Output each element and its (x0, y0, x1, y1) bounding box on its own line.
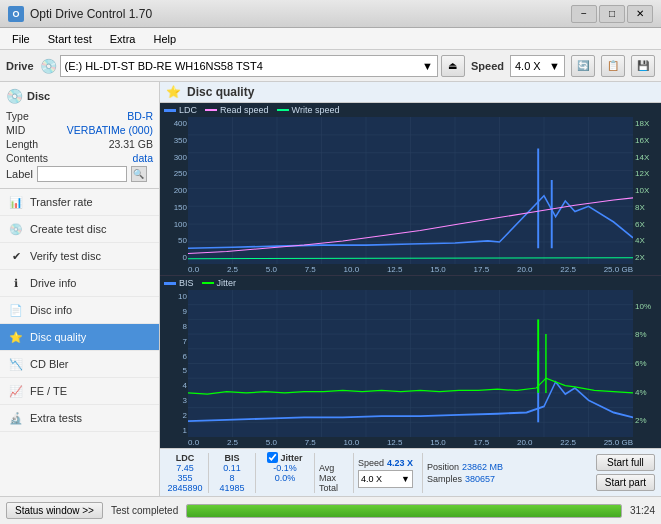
fe-te-label: FE / TE (30, 385, 67, 397)
sidebar-item-disc-info[interactable]: 📄 Disc info (0, 297, 159, 324)
sidebar-item-disc-quality[interactable]: ⭐ Disc quality (0, 324, 159, 351)
status-text: Test completed (111, 505, 178, 516)
mid-label: MID (6, 124, 25, 136)
drive-label: Drive (6, 60, 34, 72)
read-speed-legend: Read speed (220, 105, 269, 115)
speed-val: 4.23 X (387, 458, 413, 468)
verify-test-disc-label: Verify test disc (30, 250, 101, 262)
drivebar: Drive 💿 (E:) HL-DT-ST BD-RE WH16NS58 TST… (0, 50, 661, 82)
menubar: File Start test Extra Help (0, 28, 661, 50)
app-icon: O (8, 6, 24, 22)
create-test-disc-label: Create test disc (30, 223, 106, 235)
start-full-button[interactable]: Start full (596, 454, 655, 471)
disc-quality-label: Disc quality (30, 331, 86, 343)
position-label: Position (427, 462, 459, 472)
type-label: Type (6, 110, 29, 122)
menu-start-test[interactable]: Start test (40, 31, 100, 47)
start-part-button[interactable]: Start part (596, 474, 655, 491)
stats-area: LDC 7.45 355 2845890 BIS 0.11 8 41985 (160, 448, 661, 496)
bis-legend: BIS (179, 278, 194, 288)
speed-stat-selector[interactable]: 4.0 X ▼ (358, 470, 413, 488)
ldc-avg: 7.45 (176, 463, 194, 473)
extra-tests-label: Extra tests (30, 412, 82, 424)
write-speed-legend: Write speed (292, 105, 340, 115)
jitter-checkbox[interactable] (267, 452, 278, 463)
samples-val: 380657 (465, 474, 495, 484)
contents-label: Contents (6, 152, 48, 164)
fe-te-icon: 📈 (8, 383, 24, 399)
disc-info-label: Disc info (30, 304, 72, 316)
create-test-disc-icon: 💿 (8, 221, 24, 237)
copy-button[interactable]: 📋 (601, 55, 625, 77)
label-edit-button[interactable]: 🔍 (131, 166, 147, 182)
refresh-button[interactable]: 🔄 (571, 55, 595, 77)
chart-header: ⭐ Disc quality (160, 82, 661, 103)
disc-header-text: Disc (27, 90, 50, 102)
label-input[interactable] (37, 166, 127, 182)
jitter-legend: Jitter (217, 278, 237, 288)
sidebar-item-create-test-disc[interactable]: 💿 Create test disc (0, 216, 159, 243)
jitter-avg: -0.1% (273, 463, 297, 473)
progress-bar-fill (187, 505, 621, 517)
maximize-button[interactable]: □ (599, 5, 625, 23)
max-label: Max (319, 473, 349, 483)
position-val: 23862 MB (462, 462, 503, 472)
sidebar-item-drive-info[interactable]: ℹ Drive info (0, 270, 159, 297)
app-title: Opti Drive Control 1.70 (30, 7, 152, 21)
statusbar: Status window >> Test completed 31:24 (0, 496, 661, 524)
jitter-total (284, 483, 287, 493)
mid-value: VERBATIMe (000) (67, 124, 153, 136)
drive-selector[interactable]: (E:) HL-DT-ST BD-RE WH16NS58 TST4 ▼ (60, 55, 438, 77)
ldc-header: LDC (176, 453, 195, 463)
sidebar-item-cd-bler[interactable]: 📉 CD Bler (0, 351, 159, 378)
ldc-legend: LDC (179, 105, 197, 115)
disc-info-icon: 📄 (8, 302, 24, 318)
drive-info-label: Drive info (30, 277, 76, 289)
length-value: 23.31 GB (109, 138, 153, 150)
speed-selector[interactable]: 4.0 X ▼ (510, 55, 565, 77)
chart-title: Disc quality (187, 85, 254, 99)
ldc-max: 355 (177, 473, 192, 483)
sidebar-item-transfer-rate[interactable]: 📊 Transfer rate (0, 189, 159, 216)
transfer-rate-icon: 📊 (8, 194, 24, 210)
charts-container: LDC Read speed Write speed 400 (160, 103, 661, 448)
menu-help[interactable]: Help (145, 31, 184, 47)
bis-avg: 0.11 (223, 463, 241, 473)
cd-bler-icon: 📉 (8, 356, 24, 372)
sidebar-item-verify-test-disc[interactable]: ✔ Verify test disc (0, 243, 159, 270)
jitter-max: 0.0% (275, 473, 296, 483)
total-label: Total (319, 483, 349, 493)
eject-button[interactable]: ⏏ (441, 55, 465, 77)
bis-total: 41985 (219, 483, 244, 493)
ldc-total: 2845890 (167, 483, 202, 493)
contents-value: data (133, 152, 153, 164)
transfer-rate-label: Transfer rate (30, 196, 93, 208)
disc-header-icon: 💿 (6, 88, 23, 104)
extra-tests-icon: 🔬 (8, 410, 24, 426)
disc-icon: 💿 (40, 58, 57, 74)
menu-extra[interactable]: Extra (102, 31, 144, 47)
disc-quality-icon: ⭐ (8, 329, 24, 345)
speed-label: Speed (471, 60, 504, 72)
bis-header: BIS (224, 453, 239, 463)
jitter-header: Jitter (280, 453, 302, 463)
label-label: Label (6, 168, 33, 180)
minimize-button[interactable]: − (571, 5, 597, 23)
sidebar-item-fe-te[interactable]: 📈 FE / TE (0, 378, 159, 405)
menu-file[interactable]: File (4, 31, 38, 47)
sidebar-item-extra-tests[interactable]: 🔬 Extra tests (0, 405, 159, 432)
close-button[interactable]: ✕ (627, 5, 653, 23)
titlebar: O Opti Drive Control 1.70 − □ ✕ (0, 0, 661, 28)
bis-max: 8 (229, 473, 234, 483)
cd-bler-label: CD Bler (30, 358, 69, 370)
save-button[interactable]: 💾 (631, 55, 655, 77)
chart-header-icon: ⭐ (166, 85, 181, 99)
status-window-button[interactable]: Status window >> (6, 502, 103, 519)
samples-label: Samples (427, 474, 462, 484)
status-time: 31:24 (630, 505, 655, 516)
verify-test-disc-icon: ✔ (8, 248, 24, 264)
avg-label: Avg (319, 463, 349, 473)
disc-panel: 💿 Disc Type BD-R MID VERBATIMe (000) Len… (0, 82, 159, 189)
type-value: BD-R (127, 110, 153, 122)
length-label: Length (6, 138, 38, 150)
